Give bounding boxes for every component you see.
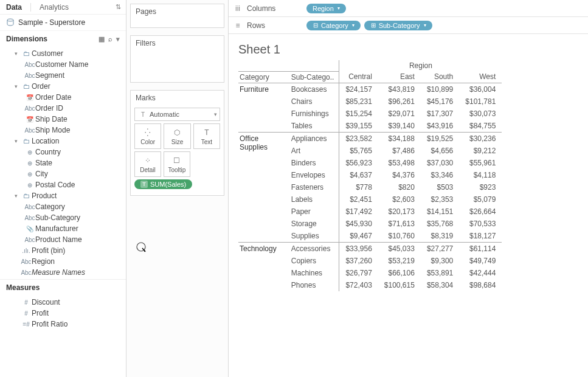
table-row[interactable]: TechnologyAccessories$33,956$45,033$27,2…	[238, 242, 502, 255]
value-cell: $53,498	[378, 157, 421, 169]
pill-sub-category[interactable]: ⊞Sub-Category▾	[364, 21, 432, 30]
value-cell: $45,033	[378, 242, 421, 255]
value-cell: $30,236	[459, 132, 502, 145]
value-cell: $17,492	[339, 206, 378, 218]
field-order-id[interactable]: AbcOrder ID	[0, 103, 126, 114]
marks-text-button[interactable]: TText	[193, 123, 220, 149]
columns-shelf[interactable]: iii Columns Region▾	[229, 0, 588, 17]
field-postal-code[interactable]: ⊕Postal Code	[0, 179, 126, 190]
tab-options-icon[interactable]: ⇅	[116, 3, 121, 11]
value-cell: $17,307	[421, 108, 459, 120]
marks-color-button[interactable]: ⁛Color	[134, 123, 161, 149]
field-ship-date[interactable]: 📅Ship Date	[0, 114, 126, 125]
crosstab[interactable]: RegionCategorySub-Catego..CentralEastSou…	[238, 60, 578, 291]
search-icon[interactable]: ⌕	[108, 35, 112, 43]
view-as-icon[interactable]: ▦	[99, 35, 105, 43]
field-manufacturer[interactable]: 📎Manufacturer	[0, 223, 126, 234]
folder-location[interactable]: ▾ 🗀 Location	[0, 136, 126, 147]
folder-order[interactable]: ▾ 🗀 Order	[0, 81, 126, 92]
svg-point-0	[7, 19, 13, 21]
tab-data[interactable]: Data	[0, 1, 28, 14]
worksheet-area: iii Columns Region▾ ≡ Rows ⊟Category▾ ⊞S…	[229, 0, 588, 377]
sheet-title[interactable]: Sheet 1	[238, 43, 578, 57]
marks-type-dropdown[interactable]: T Automatic ▾	[134, 108, 220, 121]
field-profit-bin[interactable]: .ılı.Profit (bin)	[0, 245, 126, 256]
field-ship-mode[interactable]: AbcShip Mode	[0, 125, 126, 136]
subcategory-cell: Envelopes	[285, 169, 339, 181]
marks-detail-button[interactable]: ⁘Detail	[134, 151, 161, 177]
marks-size-button[interactable]: ⬡Size	[164, 123, 190, 149]
value-cell: $26,664	[459, 206, 502, 218]
pill-category[interactable]: ⊟Category▾	[306, 21, 361, 30]
value-cell: $43,916	[421, 120, 459, 133]
datasource-row[interactable]: Sample - Superstore	[0, 15, 126, 31]
field-segment[interactable]: AbcSegment	[0, 70, 126, 81]
collapse-icon: ⊟	[313, 22, 319, 29]
abc-icon: Abc	[21, 269, 32, 276]
datasource-icon	[6, 18, 15, 27]
value-cell: $2,451	[339, 193, 378, 206]
value-cell: $19,525	[421, 132, 459, 145]
field-profit-ratio[interactable]: =#Profit Ratio	[0, 319, 126, 330]
value-cell: $55,961	[459, 157, 502, 169]
field-category[interactable]: AbcCategory	[0, 201, 126, 212]
subcategory-cell: Accessories	[285, 242, 339, 255]
field-region[interactable]: AbcRegion	[0, 256, 126, 267]
value-cell: $58,304	[421, 279, 459, 291]
value-cell: $71,613	[378, 218, 421, 230]
value-cell: $49,749	[459, 255, 502, 267]
folder-icon: 🗀	[21, 192, 32, 199]
table-row[interactable]: OfficeSuppliesAppliances$23,582$34,188$1…	[238, 132, 502, 145]
value-cell: $4,376	[378, 169, 421, 181]
detail-icon: ⁘	[145, 156, 151, 165]
subcategory-cell: Binders	[285, 157, 339, 169]
folder-product[interactable]: ▾ 🗀 Product	[0, 190, 126, 201]
value-cell: $37,030	[421, 157, 459, 169]
value-cell: $7,486	[378, 145, 421, 157]
field-product-name[interactable]: AbcProduct Name	[0, 234, 126, 245]
field-sub-category[interactable]: AbcSub-Category	[0, 212, 126, 223]
value-cell: $53,219	[378, 255, 421, 267]
field-discount[interactable]: #Discount	[0, 297, 126, 308]
subcategory-cell: Storage	[285, 218, 339, 230]
expand-icon: ⊞	[370, 22, 376, 29]
value-cell: $33,956	[339, 242, 378, 255]
measures-header: Measures	[0, 279, 126, 296]
field-measure-names[interactable]: AbcMeasure Names	[0, 267, 126, 278]
subcategory-cell: Furnishings	[285, 108, 339, 120]
pages-shelf[interactable]: Pages	[130, 4, 224, 28]
folder-customer[interactable]: ▾ 🗀 Customer	[0, 48, 126, 59]
value-cell: $10,899	[421, 83, 459, 95]
rows-shelf[interactable]: ≡ Rows ⊟Category▾ ⊞Sub-Category▾	[229, 17, 588, 34]
pill-region[interactable]: Region▾	[306, 4, 346, 13]
field-city[interactable]: ⊕City	[0, 168, 126, 179]
tab-analytics[interactable]: Analytics	[33, 1, 75, 14]
pill-sum-sales[interactable]: T SUM(Sales)	[134, 179, 192, 189]
abc-icon: Abc	[24, 127, 35, 134]
abc-icon: Abc	[21, 258, 32, 265]
value-cell: $35,768	[421, 218, 459, 230]
value-cell: $8,319	[421, 230, 459, 243]
field-profit[interactable]: #Profit	[0, 308, 126, 319]
menu-icon[interactable]: ▾	[116, 35, 120, 43]
value-cell: $30,073	[459, 108, 502, 120]
value-cell: $9,300	[421, 255, 459, 267]
subcategory-cell: Labels	[285, 193, 339, 206]
cards-pane: Pages Filters Marks T Automatic ▾ ⁛Color…	[126, 0, 229, 377]
category-cell: Technology	[238, 242, 285, 291]
rows-icon: ≡	[233, 21, 242, 30]
value-cell: $45,930	[339, 218, 378, 230]
filters-shelf[interactable]: Filters	[130, 35, 224, 83]
folder-icon: 🗀	[21, 50, 32, 57]
text-icon: T	[204, 128, 209, 137]
field-order-date[interactable]: 📅Order Date	[0, 92, 126, 103]
marks-tooltip-button[interactable]: ☐Tooltip	[164, 151, 190, 177]
field-country[interactable]: ⊕Country	[0, 147, 126, 157]
value-cell: $42,444	[459, 267, 502, 279]
field-state[interactable]: ⊕State	[0, 157, 126, 168]
field-customer-name[interactable]: AbcCustomer Name	[0, 59, 126, 70]
value-cell: $53,891	[421, 267, 459, 279]
number-icon: #	[21, 310, 32, 317]
table-row[interactable]: FurnitureBookcases$24,157$43,819$10,899$…	[238, 83, 502, 95]
globe-icon: ⊕	[24, 160, 35, 167]
